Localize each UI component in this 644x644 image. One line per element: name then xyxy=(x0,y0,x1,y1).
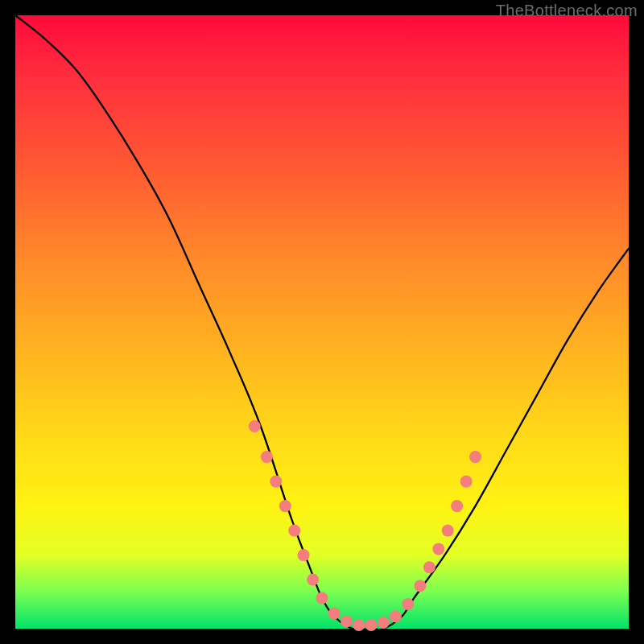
highlight-dot xyxy=(279,500,291,512)
highlight-dot xyxy=(423,561,436,573)
highlight-dot xyxy=(460,476,473,488)
highlight-dot xyxy=(353,619,365,631)
highlight-dot xyxy=(390,610,402,622)
highlight-dot xyxy=(451,500,463,512)
highlight-dot xyxy=(328,608,341,620)
highlight-dot xyxy=(298,549,310,561)
highlight-dot xyxy=(249,420,261,432)
highlight-dots-group xyxy=(249,420,481,631)
highlight-dot xyxy=(432,543,444,555)
highlight-dot xyxy=(288,525,300,537)
chart-frame: TheBottleneck.com xyxy=(0,0,644,644)
highlight-dot xyxy=(341,615,353,627)
watermark-text: TheBottleneck.com xyxy=(496,2,638,20)
highlight-dot xyxy=(270,476,282,488)
highlight-dot xyxy=(442,525,454,537)
plot-area xyxy=(15,15,629,629)
highlight-dot xyxy=(316,592,328,604)
highlight-dot xyxy=(414,580,426,592)
bottleneck-curve-svg xyxy=(15,15,629,629)
highlight-dot xyxy=(261,451,273,463)
highlight-dot xyxy=(469,451,481,463)
highlight-dot xyxy=(378,617,390,629)
highlight-dot xyxy=(307,574,319,586)
highlight-dot xyxy=(402,598,414,610)
highlight-dot xyxy=(365,619,378,631)
bottleneck-curve-line xyxy=(15,15,629,630)
